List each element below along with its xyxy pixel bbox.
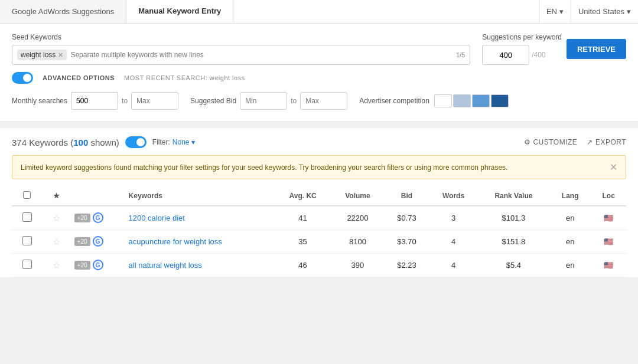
keyword-input-box[interactable]: weight loss ✕ 1/5 [12,45,470,65]
advanced-row: ADVANCED OPTIONS MOST RECENT SEARCH: wei… [12,72,626,84]
tab-adwords[interactable]: Google AdWords Suggestions [0,0,126,23]
table-row: ☆ +20 G acupuncture for weight loss 35 8… [12,230,626,254]
seed-label: Seed Keywords [12,33,470,41]
row-volume: 22200 [331,206,384,230]
form-panel: Seed Keywords weight loss ✕ 1/5 Suggesti… [0,24,638,122]
country-chevron-icon: ▾ [627,7,631,16]
remove-tag-icon[interactable]: ✕ [58,51,63,59]
table-row: ☆ +20 G 1200 calorie diet 41 22200 $0.73… [12,206,626,230]
keyword-link[interactable]: acupuncture for weight loss [129,237,222,246]
row-loc: 🇺🇸 [591,206,626,230]
bid-label: Suggested Bid [190,97,236,105]
suggestions-input[interactable] [482,45,529,65]
results-count: 374 Keywords (100 shown) [12,137,119,147]
table-header-row: ★ Keywords Avg. KC Volume Bid Words Rank… [12,186,626,206]
monthly-label: Monthly searches [12,97,67,105]
row-checkbox[interactable] [22,260,32,269]
google-icon[interactable]: G [93,212,103,223]
row-star-cell: ☆ [43,230,71,254]
row-loc: 🇺🇸 [591,230,626,254]
row-words: 4 [429,254,477,277]
recent-search: MOST RECENT SEARCH: weight loss [124,74,245,81]
monthly-filter-group: Monthly searches to [12,92,178,110]
row-rank-value: $101.3 [478,206,549,230]
keyword-link[interactable]: 1200 calorie diet [129,214,185,222]
filter-dropdown[interactable]: None ▾ [172,138,195,146]
lang-selector[interactable]: EN ▾ [539,0,571,23]
row-keyword-cell: acupuncture for weight loss [123,230,275,254]
google-icon[interactable]: G [93,260,103,270]
retrieve-button[interactable]: RETRIEVE [567,39,626,59]
keyword-tag: weight loss ✕ [17,50,67,60]
alert-text: Limited keyword suggestions found matchi… [21,163,507,172]
row-avg-kc: 46 [275,254,331,277]
plus-badge[interactable]: +20 [74,214,90,222]
alert-close-icon[interactable]: ✕ [610,162,617,173]
seed-section: Seed Keywords weight loss ✕ 1/5 [12,33,470,65]
flag-icon: 🇺🇸 [604,237,613,246]
bid-min-input[interactable] [240,92,287,110]
col-lang: Lang [549,186,591,206]
row-actions-cell: +20 G [71,230,123,252]
suggestions-max: /400 [532,51,545,59]
row-checkbox-cell [12,230,43,254]
row-keyword-cell: all natural weight loss [123,254,275,277]
comp-seg-high-active[interactable] [491,94,509,107]
select-all-checkbox[interactable] [23,191,31,199]
col-checkbox [12,186,43,206]
row-volume: 8100 [331,230,384,254]
row-star-cell: ☆ [43,254,71,277]
row-actions-cell: +20 G [71,254,123,276]
bid-max-input[interactable] [300,92,347,110]
star-icon[interactable]: ☆ [53,213,60,223]
star-icon[interactable]: ☆ [53,260,60,270]
row-words: 3 [429,206,477,230]
customize-icon: ⚙ [524,138,531,146]
row-keyword-cell: 1200 calorie diet [123,206,275,230]
row-checkbox-cell [12,254,43,277]
filter-row: Monthly searches to Suggested Bid to Adv… [12,92,626,110]
results-toggle[interactable] [125,136,147,148]
comp-bar [434,94,509,107]
col-loc: Loc [591,186,626,206]
keyword-link[interactable]: all natural weight loss [129,261,202,270]
row-lang: en [549,206,591,230]
flag-icon: 🇺🇸 [604,214,613,222]
row-checkbox[interactable] [22,236,32,245]
comp-seg-low[interactable] [434,94,452,107]
keyword-input[interactable] [70,51,453,59]
comp-seg-low-active[interactable] [453,94,471,107]
export-icon: ↗ [587,138,593,146]
row-lang: en [549,254,591,277]
comp-seg-med-active[interactable] [472,94,490,107]
advanced-toggle[interactable] [12,72,33,84]
row-avg-kc: 35 [275,230,331,254]
filter-label: Filter: [152,138,170,146]
suggestions-section: Suggestions per keyword /400 RETRIEVE [482,33,626,65]
customize-button[interactable]: ⚙ CUSTOMIZE [524,138,577,146]
google-icon[interactable]: G [93,236,103,247]
plus-badge[interactable]: +20 [74,237,90,246]
star-icon[interactable]: ☆ [53,237,60,247]
row-volume: 390 [331,254,384,277]
export-button[interactable]: ↗ EXPORT [587,138,626,146]
header-actions: ⚙ CUSTOMIZE ↗ EXPORT [524,138,626,146]
country-selector[interactable]: United States ▾ [571,0,638,23]
row-bid: $3.70 [385,230,429,254]
tab-manual[interactable]: Manual Keyword Entry [126,0,233,23]
row-checkbox-cell [12,206,43,230]
keywords-table: ★ Keywords Avg. KC Volume Bid Words Rank… [12,186,626,277]
col-bid: Bid [385,186,429,206]
row-avg-kc: 41 [275,206,331,230]
monthly-min-input[interactable] [71,92,118,110]
row-bid: $2.23 [385,254,429,277]
row-loc: 🇺🇸 [591,254,626,277]
bid-filter-group: Suggested Bid to [190,92,347,110]
filter-badge: Filter: None ▾ [152,138,195,146]
row-checkbox[interactable] [22,212,32,222]
results-header: 374 Keywords (100 shown) Filter: None ▾ … [12,136,626,148]
monthly-max-input[interactable] [131,92,178,110]
row-rank-value: $151.8 [478,230,549,254]
plus-badge[interactable]: +20 [74,261,90,270]
row-words: 4 [429,230,477,254]
